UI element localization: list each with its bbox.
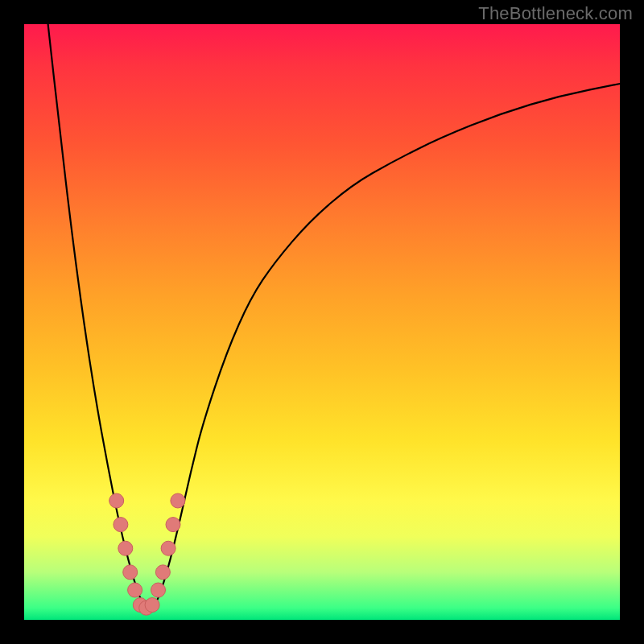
data-markers — [109, 493, 185, 615]
data-marker — [145, 598, 159, 613]
data-marker — [109, 493, 124, 508]
data-marker — [171, 493, 185, 508]
data-marker — [151, 583, 166, 597]
data-marker — [123, 565, 138, 580]
chart-svg — [24, 24, 620, 620]
data-marker — [114, 518, 128, 532]
data-marker — [128, 583, 142, 597]
data-marker — [118, 541, 133, 555]
chart-frame: TheBottleneck.com — [0, 0, 644, 644]
plot-area — [24, 24, 620, 620]
bottleneck-curve — [48, 24, 620, 608]
data-marker — [155, 565, 170, 580]
watermark-text: TheBottleneck.com — [478, 3, 633, 24]
data-marker — [161, 541, 175, 555]
data-marker — [166, 518, 180, 532]
